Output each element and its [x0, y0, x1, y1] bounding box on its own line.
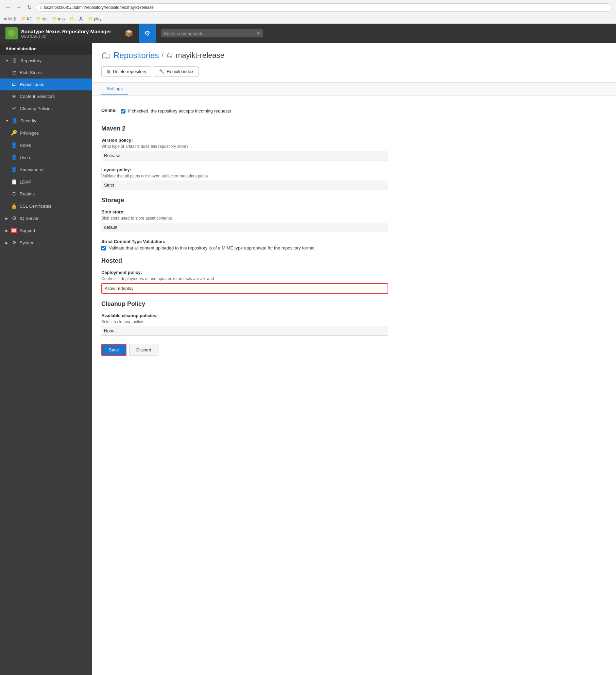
sidebar-item-security[interactable]: ▼ 👤 Security: [0, 115, 92, 127]
page-header: 🗂 Repositories / 🗂 mayikt-release 🗑 Dele…: [92, 43, 616, 83]
search-input[interactable]: [164, 31, 254, 36]
delete-repository-button[interactable]: 🗑 Delete repository: [101, 66, 151, 77]
online-checkbox-label: If checked, the repository accepts incom…: [128, 108, 231, 114]
sidebar-item-ssl-certificates[interactable]: 🔒 SSL Certificates: [0, 200, 92, 212]
rebuild-index-button[interactable]: 🔧 Rebuild index: [154, 66, 199, 77]
support-icon: 🆘: [11, 227, 17, 233]
sidebar-item-blob-stores[interactable]: 🗃 Blob Stores: [0, 67, 92, 79]
form-actions: Save Discard: [101, 344, 388, 369]
bookmark-apps[interactable]: ⊞ 应用: [4, 16, 16, 22]
maven2-section: Maven 2 Version policy: What type of art…: [101, 125, 388, 190]
online-row: Online: If checked, the repository accep…: [101, 104, 388, 118]
folder-icon-5: 📁: [88, 17, 93, 21]
folder-icon-2: 📁: [36, 17, 41, 21]
strict-content-label: Strict Content Type Validation:: [101, 239, 388, 244]
tab-settings[interactable]: Settings: [101, 83, 128, 95]
version-policy-label: Version policy:: [101, 138, 388, 143]
save-button[interactable]: Save: [101, 344, 126, 356]
forward-button[interactable]: →: [15, 3, 23, 12]
breadcrumb-separator: /: [161, 51, 164, 59]
cleanup-input[interactable]: [101, 326, 388, 336]
layout-policy-label: Layout policy:: [101, 167, 388, 172]
content-area: 🗂 Repositories / 🗂 mayikt-release 🗑 Dele…: [92, 43, 616, 675]
hosted-title: Hosted: [101, 257, 388, 264]
sidebar-item-realms[interactable]: 🛡 Realms: [0, 188, 92, 200]
cleanup-available-label: Available cleanup policies:: [101, 313, 388, 318]
sidebar-item-anonymous[interactable]: 👤 Anonymous: [0, 163, 92, 176]
sidebar-item-repositories[interactable]: 🗂 Repositories: [0, 79, 92, 90]
system-icon: ⚙: [11, 240, 17, 246]
repositories-icon: 🗂: [11, 82, 17, 87]
app-title-block: Sonatype Nexus Repository Manager OSS 3.…: [21, 29, 111, 38]
online-label: Online:: [101, 108, 117, 113]
deployment-policy-input[interactable]: [101, 283, 388, 294]
users-icon: 👤: [11, 154, 17, 160]
bookmark-tms[interactable]: 📁 tms: [52, 17, 65, 21]
deployment-policy-label: Deployment policy:: [101, 270, 388, 275]
strict-content-checkbox[interactable]: [101, 246, 106, 250]
reload-button[interactable]: ↻: [26, 3, 33, 12]
blob-stores-icon: 🗃: [11, 70, 17, 75]
cleanup-policies-icon: ✂: [11, 105, 17, 111]
version-policy-group: Version policy: What type of artifacts d…: [101, 138, 388, 160]
admin-nav-btn[interactable]: ⚙: [139, 24, 156, 43]
sidebar-label-ssl-certificates: SSL Certificates: [20, 204, 51, 209]
header-nav: 📦 ⚙: [119, 24, 156, 43]
folder-icon-3: 📁: [52, 17, 57, 21]
wrench-icon: 🔧: [159, 69, 165, 74]
search-clear-icon[interactable]: ✕: [256, 31, 260, 36]
bookmark-tools[interactable]: 📁 工具: [69, 16, 83, 22]
folder-icon-4: 📁: [69, 17, 74, 21]
strict-content-checkbox-row: Validate that all content uploaded to th…: [101, 245, 388, 250]
chevron-down-icon: ▼: [5, 59, 9, 63]
main-layout: Administration ▼ 🗄 Repository 🗃 Blob Sto…: [0, 43, 616, 675]
ssl-icon: 🔒: [11, 203, 17, 209]
delete-repository-label: Delete repository: [113, 69, 146, 74]
bookmark-kj[interactable]: 📁 KJ: [21, 17, 32, 21]
deployment-policy-description: Controls if deployments of and updates t…: [101, 276, 388, 281]
chevron-right-icon: ▶: [5, 217, 8, 220]
storage-title: Storage: [101, 197, 388, 204]
back-button[interactable]: ←: [4, 3, 12, 12]
sidebar-item-repository[interactable]: ▼ 🗄 Repository: [0, 55, 92, 67]
sidebar-item-ldap[interactable]: 📋 LDAP: [0, 176, 92, 188]
chevron-right-icon-3: ▶: [5, 241, 8, 245]
sidebar-item-system[interactable]: ▶ ⚙ System: [0, 237, 92, 249]
sidebar-item-roles[interactable]: 👤 Roles: [0, 139, 92, 151]
repositories-breadcrumb-link[interactable]: Repositories: [114, 51, 159, 60]
realms-icon: 🛡: [11, 191, 17, 197]
bookmark-stu[interactable]: 📁 stu: [36, 17, 48, 21]
sidebar-item-cleanup-policies[interactable]: ✂ Cleanup Policies: [0, 102, 92, 115]
online-checkbox[interactable]: [121, 109, 125, 114]
sidebar-label-repositories: Repositories: [20, 82, 44, 87]
browse-nav-btn[interactable]: 📦: [119, 24, 139, 43]
anonymous-icon: 👤: [11, 167, 17, 173]
form-content: Online: If checked, the repository accep…: [92, 96, 398, 378]
page-title-row: 🗂 Repositories / 🗂 mayikt-release: [101, 50, 606, 61]
trash-icon: 🗑: [106, 69, 111, 74]
sidebar-item-content-selectors[interactable]: 👁 Content Selectors: [0, 90, 92, 102]
address-bar[interactable]: ℹ localhost:8081/#admin/repository/repos…: [36, 3, 612, 12]
chevron-right-icon-2: ▶: [5, 229, 8, 232]
sidebar-item-iq-server[interactable]: ▶ ⚙ IQ Server: [0, 212, 92, 224]
sidebar-section-header: Administration: [0, 43, 92, 55]
bookmark-tms-label: tms: [58, 17, 65, 21]
sidebar-label-ldap: LDAP: [20, 179, 31, 185]
bookmark-play[interactable]: 📁 play: [88, 17, 101, 21]
sidebar-item-support[interactable]: ▶ 🆘 Support: [0, 224, 92, 237]
sidebar-label-realms: Realms: [20, 191, 35, 196]
online-group: Online: If checked, the repository accep…: [101, 104, 388, 118]
security-icon: 👤: [12, 118, 18, 124]
blob-store-input[interactable]: [101, 223, 388, 232]
bookmark-stu-label: stu: [42, 17, 48, 21]
sidebar-item-privileges[interactable]: 🔑 Privileges: [0, 127, 92, 139]
version-policy-input[interactable]: [101, 151, 388, 160]
sidebar-item-users[interactable]: 👤 Users: [0, 151, 92, 163]
bookmark-kj-label: KJ: [27, 17, 32, 21]
iq-server-icon: ⚙: [11, 215, 17, 221]
storage-section: Storage Blob store: Blob store used to s…: [101, 197, 388, 250]
discard-button[interactable]: Discard: [129, 344, 158, 356]
sidebar-label-security: Security: [20, 118, 36, 123]
layout-policy-input[interactable]: [101, 180, 388, 190]
repo-name: mayikt-release: [176, 51, 224, 60]
